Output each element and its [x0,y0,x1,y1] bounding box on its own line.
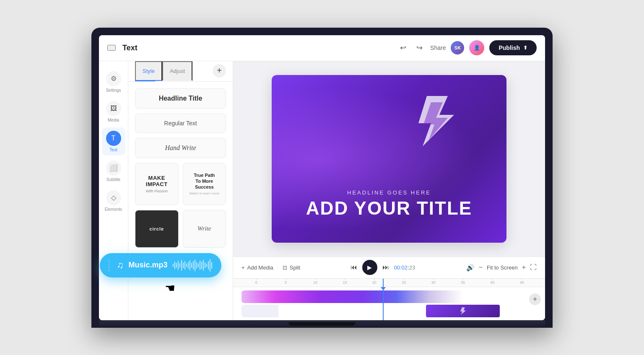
publish-button[interactable]: Publish ⬆ [489,40,537,55]
add-text-button[interactable]: + [213,64,226,78]
track-logo-thumb[interactable] [426,305,500,317]
playback-right: 🔊 − Fit to Screen + ⛶ [466,264,537,272]
sidebar-item-text[interactable]: T Text [102,127,125,155]
add-media-button[interactable]: + Add Media [242,264,273,271]
tab-style[interactable]: Style [135,61,162,81]
redo-button[interactable]: ↪ [414,41,425,55]
add-media-icon: + [242,264,245,271]
sidebar-item-media[interactable]: 🖼 Media [102,98,125,126]
ruler-mark-25: 25 [389,280,418,285]
avatar-sk[interactable]: SK [451,41,464,54]
sidebar-text-label: Text [109,148,117,152]
music-waveform [173,259,212,272]
music-note-icon: ♫ [117,260,124,271]
top-bar-left: Text [107,44,200,52]
timeline-area: 0 5 10 15 20 25 30 35 40 45 [233,278,545,320]
playback-bar: + Add Media ⊡ Split ⏮ ▶ ⏭ 00:02: [233,257,545,278]
laptop-bottom [99,320,545,328]
text-template-grid-2: circle Write [135,210,226,248]
ruler-mark-30: 30 [418,280,448,285]
music-chip[interactable]: ⋮⋮ ♫ Music.mp3 [100,253,221,277]
ruler-mark-35: 35 [448,280,478,285]
text-template-grid: MAKE IMPACT With Passion True PathTo Mor… [135,163,226,205]
timeline-add-button[interactable]: + [529,293,541,305]
svg-marker-2 [460,307,466,314]
timeline-playhead[interactable] [383,279,384,320]
fit-screen-button[interactable]: Fit to Screen [487,264,518,271]
top-bar: Text ↩ ↪ Share SK 👤 Publish ⬆ [99,35,545,61]
ruler-mark-40: 40 [478,280,507,285]
sidebar-elements-label: Elements [105,207,122,212]
laptop-hinge [288,322,356,326]
template-impact[interactable]: MAKE IMPACT With Passion [135,163,179,205]
fit-screen-label: Fit to Screen [487,264,518,271]
canvas-headline: HEADLINE GOES HERE [272,189,506,196]
menu-button[interactable] [107,45,116,51]
ruler-mark-5: 5 [271,280,300,285]
sidebar-settings-label: Settings [106,88,121,93]
headline-title-button[interactable]: Headline Title [135,88,226,109]
split-button[interactable]: ⊡ Split [278,262,304,273]
volume-button[interactable]: 🔊 [466,264,475,272]
music-filename: Music.mp3 [129,261,168,269]
sidebar-item-settings[interactable]: ⚙ Settings [102,68,125,96]
timeline-track-main[interactable] [242,290,463,303]
cursor-icon: ☚ [165,281,175,295]
publish-label: Publish [499,44,520,51]
fullscreen-button[interactable]: ⛶ [530,264,537,271]
top-bar-right: ↩ ↪ Share SK 👤 Publish ⬆ [397,40,537,55]
time-current: 00:02 [394,264,408,271]
regular-text-button[interactable]: Regular Text [135,114,226,133]
skip-back-button[interactable]: ⏮ [351,264,357,271]
split-icon: ⊡ [283,264,287,271]
ruler-mark-0: 0 [242,280,271,285]
text-icon: T [106,131,121,146]
template-success-subtitle: Watch to learn more [189,192,219,195]
design-canvas[interactable]: HEADLINE GOES HERE ADD YOUR TITLE [272,75,506,243]
zoom-minus-button[interactable]: − [479,264,483,271]
play-button[interactable]: ▶ [362,260,377,275]
canvas-text-area: HEADLINE GOES HERE ADD YOUR TITLE [272,189,506,218]
panel-content: Headline Title Regular Text Hand Write M… [128,82,233,320]
panel-tabs: Style Adjust [135,61,213,80]
ruler-mark-20: 20 [360,280,389,285]
canvas-main: HEADLINE GOES HERE ADD YOUR TITLE [233,61,545,257]
share-label: Share [430,44,446,51]
sidebar-media-label: Media [108,118,119,122]
sidebar-subtitle-label: Subtitle [106,177,120,182]
template-write-2[interactable]: Write [183,210,226,248]
track-empty [242,305,278,317]
time-display: 00:02:23 [394,264,415,271]
page-title: Text [122,44,138,52]
template-impact-title: MAKE IMPACT [140,175,173,187]
drag-handle-icon: ⋮⋮ [106,259,112,272]
settings-icon: ⚙ [106,71,121,86]
timeline-ruler: 0 5 10 15 20 25 30 35 40 45 [233,279,545,287]
timeline-track-logo [242,305,537,317]
subtitle-icon: ⬜ [106,161,121,176]
undo-button[interactable]: ↩ [397,41,409,55]
canvas-area: HEADLINE GOES HERE ADD YOUR TITLE + Add … [233,61,545,320]
time-total: 23 [409,264,415,271]
sidebar-item-subtitle[interactable]: ⬜ Subtitle [102,157,125,185]
canvas-logo [406,92,473,159]
ruler-mark-15: 15 [330,280,359,285]
sidebar-icons: ⚙ Settings 🖼 Media T Text ⬜ Subtitle [99,61,128,320]
canvas-title: ADD YOUR TITLE [272,199,506,218]
ruler-mark-45: 45 [507,280,537,285]
ruler-mark-10: 10 [301,280,330,285]
playback-center: ⏮ ▶ ⏭ 00:02:23 [351,260,415,275]
zoom-plus-button[interactable]: + [522,264,526,271]
template-impact-subtitle: With Passion [146,189,168,193]
avatar-photo[interactable]: 👤 [469,40,484,55]
media-icon: 🖼 [106,101,121,116]
skip-forward-button[interactable]: ⏭ [382,264,389,271]
tab-adjust[interactable]: Adjust [162,61,192,81]
template-success[interactable]: True PathTo More Success Watch to learn … [183,163,226,205]
sidebar-item-elements[interactable]: ◇ Elements [102,187,125,215]
split-label: Split [290,264,300,271]
text-panel: Style Adjust + Headline Title Regular Te… [128,61,233,320]
handwrite-button[interactable]: Hand Write [135,138,226,158]
timeline-tracks [233,287,545,320]
template-dark-1[interactable]: circle [135,210,179,248]
